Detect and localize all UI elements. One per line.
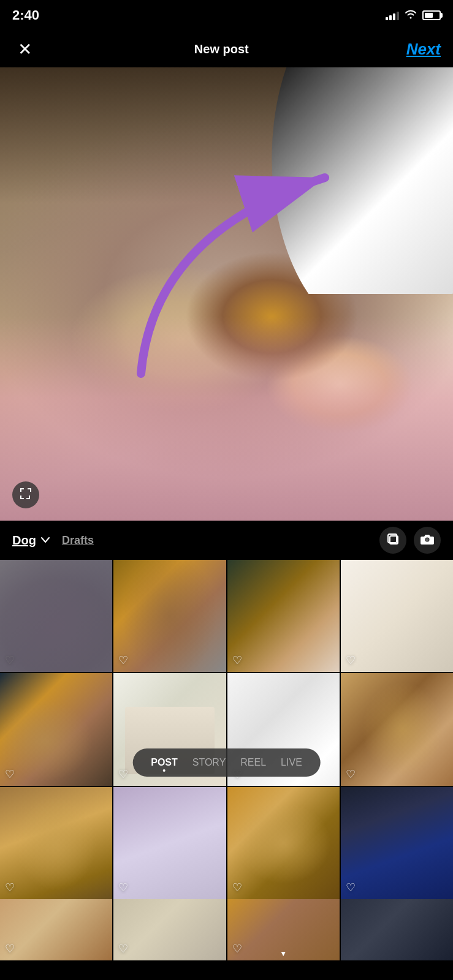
signal-icon xyxy=(386,10,399,20)
album-selector[interactable]: Dog xyxy=(12,533,50,548)
expand-button[interactable] xyxy=(12,481,39,508)
photo-grid: ♡ ♡ ♡ ♡ ♡ ♡ ♡ ♡ ♡ ♡ ♡ ♡ xyxy=(0,560,453,899)
photo-right-dog xyxy=(272,67,453,294)
status-icons xyxy=(386,9,441,22)
wifi-icon xyxy=(404,9,417,22)
partial-photo-2[interactable]: ♡ xyxy=(113,899,226,960)
grid-photo-5[interactable]: ♡ xyxy=(0,673,112,785)
photo-blanket-overlay xyxy=(0,317,453,521)
drafts-button[interactable]: Drafts xyxy=(62,534,94,547)
grid-photo-8[interactable]: ♡ xyxy=(341,673,453,785)
heart-icon-6: ♡ xyxy=(118,767,128,781)
multi-select-button[interactable] xyxy=(379,527,406,554)
bottom-partial-row: ♡ ♡ ♡ ▼ xyxy=(0,899,453,960)
tab-post[interactable]: POST xyxy=(151,755,178,771)
status-time: 2:40 xyxy=(12,7,39,23)
expand-icon xyxy=(20,488,32,503)
content-type-tabs: POST STORY REEL LIVE xyxy=(132,748,321,777)
gallery-controls: Dog Drafts xyxy=(0,521,453,560)
svg-point-4 xyxy=(426,538,429,541)
tab-story[interactable]: STORY xyxy=(192,755,226,771)
grid-photo-1[interactable]: ♡ xyxy=(0,560,112,672)
gallery-actions xyxy=(379,527,441,554)
header: ✕ New post Next xyxy=(0,31,453,67)
camera-button[interactable] xyxy=(414,527,441,554)
grid-photo-10[interactable]: ♡ xyxy=(113,787,226,899)
partial-photo-1[interactable]: ♡ xyxy=(0,899,112,960)
page-title: New post xyxy=(194,42,249,56)
heart-icon-1: ♡ xyxy=(5,654,15,667)
heart-icon-2: ♡ xyxy=(118,654,128,667)
close-button[interactable]: ✕ xyxy=(12,37,37,61)
heart-icon-5: ♡ xyxy=(5,767,15,781)
status-bar: 2:40 xyxy=(0,0,453,31)
grid-photo-2[interactable]: ♡ xyxy=(113,560,226,672)
heart-icon-11: ♡ xyxy=(232,881,242,894)
heart-icon-3: ♡ xyxy=(232,654,242,667)
heart-icon-4: ♡ xyxy=(346,654,356,667)
grid-photo-9[interactable]: ♡ xyxy=(0,787,112,899)
partial-photo-4[interactable] xyxy=(341,899,453,960)
chevron-down-icon xyxy=(41,535,50,545)
grid-photo-3[interactable]: ♡ xyxy=(227,560,340,672)
tab-reel[interactable]: REEL xyxy=(240,755,266,771)
multi-select-icon xyxy=(387,533,399,548)
battery-icon xyxy=(422,10,441,20)
heart-icon-8: ♡ xyxy=(346,767,356,781)
partial-photo-3[interactable]: ♡ ▼ xyxy=(227,899,340,960)
grid-photo-4[interactable]: ♡ xyxy=(341,560,453,672)
album-name: Dog xyxy=(12,533,36,548)
next-button[interactable]: Next xyxy=(406,40,441,59)
main-photo-preview xyxy=(0,67,453,521)
heart-icon-p1: ♡ xyxy=(5,942,15,956)
grid-photo-11[interactable]: ♡ xyxy=(227,787,340,899)
heart-icon-12: ♡ xyxy=(346,881,356,894)
heart-icon-p3: ♡ xyxy=(232,942,242,956)
camera-icon xyxy=(421,533,434,547)
grid-photo-12[interactable]: ♡ xyxy=(341,787,453,899)
heart-icon-10: ♡ xyxy=(118,881,128,894)
heart-icon-9: ♡ xyxy=(5,881,15,894)
tab-live[interactable]: LIVE xyxy=(281,755,302,771)
heart-icon-p2: ♡ xyxy=(118,942,128,956)
